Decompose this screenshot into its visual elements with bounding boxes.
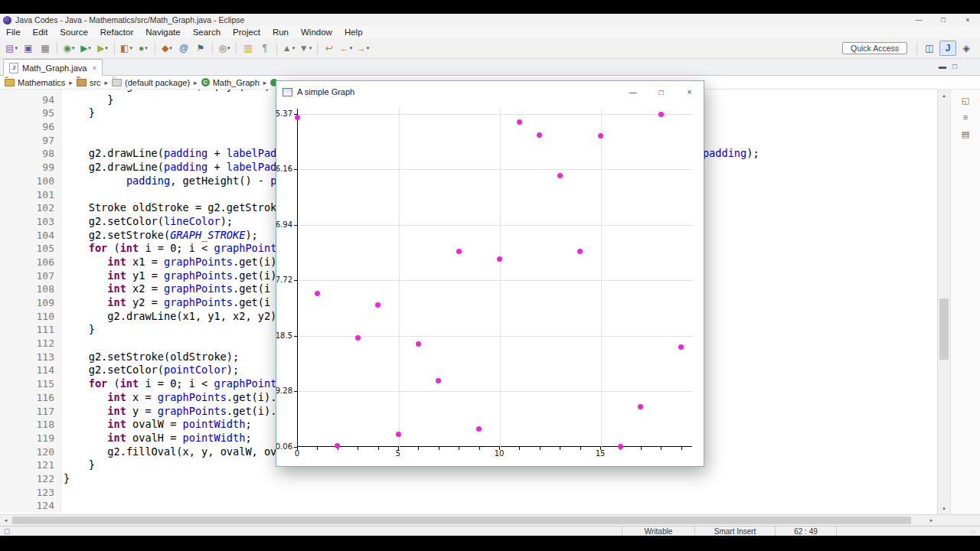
line-number: 114 <box>0 364 61 377</box>
gridline-vertical <box>500 109 501 447</box>
vertical-scrollbar[interactable]: ▴ ▾ <box>937 90 950 514</box>
menu-bar: FileEditSourceRefactorNavigateSearchProj… <box>0 26 980 38</box>
maximize-button[interactable]: □ <box>931 14 956 26</box>
code-line-122: 122} <box>0 472 937 486</box>
scroll-down-icon[interactable]: ▾ <box>938 503 950 514</box>
x-axis-label: 10 <box>495 449 505 458</box>
menu-help[interactable]: Help <box>338 26 369 38</box>
scroll-up-icon[interactable]: ▴ <box>938 90 950 101</box>
y-axis-label: 55.37 <box>276 109 292 118</box>
y-axis-label: 18.5 <box>276 331 292 340</box>
line-number: 120 <box>0 445 61 459</box>
toolbar-mark-occurrences-icon[interactable]: ▥ <box>240 41 256 56</box>
toolbar-forward-icon[interactable]: →▾ <box>355 41 371 56</box>
tab-close-icon[interactable]: × <box>92 64 96 72</box>
data-point <box>598 133 603 139</box>
status-progress-area <box>836 527 966 536</box>
breadcrumb-item-mathematics[interactable]: Mathematics <box>5 78 65 87</box>
line-number: 103 <box>0 215 61 229</box>
graph-minimize-button[interactable]: — <box>619 81 647 103</box>
breadcrumb-item-math-graph[interactable]: CMath_Graph <box>201 78 260 87</box>
menu-run[interactable]: Run <box>266 26 295 38</box>
menu-window[interactable]: Window <box>295 26 338 38</box>
menu-file[interactable]: File <box>0 26 27 38</box>
gridline-horizontal <box>298 225 693 226</box>
code-text: } <box>61 323 95 337</box>
toolbar-coverage-icon[interactable]: ▶▾ <box>95 41 110 56</box>
toolbar-next-annotation-icon[interactable]: ▼▾ <box>298 41 313 56</box>
restore-view-icon[interactable]: ◱ <box>959 94 972 106</box>
minimize-view-icon[interactable]: ▬ <box>939 62 946 70</box>
data-point <box>497 256 502 262</box>
vertical-scroll-thumb[interactable] <box>939 298 949 360</box>
open-perspective-button[interactable]: ◫ <box>921 41 938 56</box>
breadcrumb-separator: ▸ <box>69 79 73 86</box>
toolbar-new-wizard-icon[interactable]: ▤▾ <box>4 41 19 56</box>
y-tick-mark <box>294 336 297 337</box>
menu-search[interactable]: Search <box>187 26 227 38</box>
breadcrumb-item--default-package-[interactable]: (default package) <box>112 78 190 87</box>
status-smart-insert: Smart Insert <box>694 527 775 536</box>
toolbar-javadoc-icon[interactable]: @ <box>176 41 191 56</box>
menu-project[interactable]: Project <box>227 26 266 38</box>
tab-math-graph[interactable]: J Math_Graph.java × <box>3 59 103 76</box>
y-tick-mark <box>294 391 297 392</box>
scroll-right-icon[interactable]: ▸ <box>926 515 937 526</box>
task-list-icon[interactable]: ▤ <box>959 128 972 140</box>
data-point <box>678 344 684 350</box>
tab-label: Math_Graph.java <box>22 64 87 73</box>
scroll-left-icon[interactable]: ◂ <box>0 515 11 526</box>
toolbar-print-icon[interactable]: ▦ <box>38 41 53 56</box>
toolbar-new-class-icon[interactable]: ●▾ <box>136 41 151 56</box>
menu-navigate[interactable]: Navigate <box>139 26 186 38</box>
resource-perspective-button[interactable]: ◈ <box>958 41 975 56</box>
breadcrumb-separator: ▸ <box>194 79 198 86</box>
data-point <box>416 341 421 347</box>
toolbar-run-icon[interactable]: ▶▾ <box>78 41 93 56</box>
horizontal-scrollbar[interactable]: ◂ ▸ <box>0 514 937 526</box>
toolbar-prev-annotation-icon[interactable]: ▲▾ <box>281 41 296 56</box>
java-perspective-button[interactable]: J <box>939 41 956 56</box>
menu-refactor[interactable]: Refactor <box>94 26 139 38</box>
scrollbar-corner <box>937 514 980 526</box>
maximize-view-icon[interactable]: □ <box>952 62 957 70</box>
toolbar-new-java-project-icon[interactable]: ◧▾ <box>119 41 134 56</box>
graph-close-button[interactable]: × <box>675 81 704 103</box>
data-point <box>396 432 401 437</box>
horizontal-scroll-thumb[interactable] <box>12 517 911 524</box>
x-tick-mark <box>358 447 358 450</box>
x-tick-mark <box>479 447 480 450</box>
package-folder-icon <box>112 79 122 86</box>
toolbar-debug-icon[interactable]: ◉▾ <box>61 41 77 56</box>
graph-window-title-bar[interactable]: A simple Graph — □ × <box>276 81 704 103</box>
menu-source[interactable]: Source <box>54 26 93 38</box>
toolbar-search-icon[interactable]: ◎▾ <box>217 41 232 56</box>
graph-maximize-button[interactable]: □ <box>647 81 675 103</box>
breadcrumb-item-src[interactable]: src <box>77 78 101 87</box>
menu-edit[interactable]: Edit <box>27 26 54 38</box>
code-text: } <box>61 106 95 120</box>
plot-area <box>297 109 692 447</box>
code-text: } <box>61 458 95 472</box>
toolbar-show-whitespace-icon[interactable]: ¶ <box>257 41 273 56</box>
code-text: } <box>61 93 114 107</box>
graph-body: 0.069.2818.527.7236.9446.1655.37051015 <box>276 103 704 466</box>
code-text: } <box>61 472 70 486</box>
close-button[interactable]: × <box>956 14 980 26</box>
toolbar-last-edit-location-icon[interactable]: ↩ <box>322 41 337 56</box>
toolbar-save-icon[interactable]: ▣ <box>21 41 36 56</box>
code-text <box>61 134 64 148</box>
toolbar-separator <box>155 42 155 54</box>
quick-access-button[interactable]: Quick Access <box>842 42 907 54</box>
toolbar-open-task-icon[interactable]: ⚑ <box>193 41 208 56</box>
collapsed-view-strip: ◱≡▤ <box>950 90 980 514</box>
y-axis-label: 0.06 <box>276 442 292 451</box>
line-number: 111 <box>0 323 61 337</box>
toolbar-jar-export-icon[interactable]: ◆▾ <box>159 41 175 56</box>
toolbar-separator <box>57 42 57 54</box>
gridline-horizontal <box>298 169 693 170</box>
eclipse-logo-icon <box>3 16 11 24</box>
outline-icon[interactable]: ≡ <box>959 111 972 123</box>
minimize-button[interactable]: — <box>906 14 931 26</box>
toolbar-back-icon[interactable]: ←▾ <box>338 41 354 56</box>
